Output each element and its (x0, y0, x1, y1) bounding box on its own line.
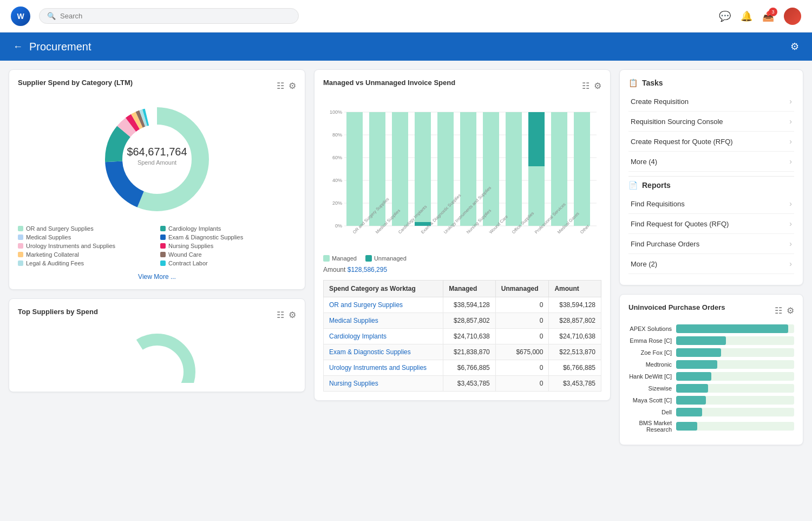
legend-legal: Legal & Auditing Fees (18, 260, 154, 266)
po-bar-label: APEX Solutions (628, 325, 672, 332)
table-cell-category[interactable]: Medical Supplies (324, 313, 443, 329)
task-create-requisition[interactable]: Create Requisition › (628, 92, 794, 112)
top-suppliers-icons[interactable]: ☷ ⚙ (277, 310, 296, 320)
or-surgery-dot (18, 226, 23, 231)
exam-label: Exam & Diagnostic Supplies (168, 234, 243, 240)
logo-area: W (11, 6, 30, 26)
avatar[interactable] (784, 8, 801, 25)
amount-label: Amount (323, 266, 345, 273)
po-bar-fill (676, 408, 702, 416)
supplier-spend-title: Supplier Spend by Category (LTM) (18, 79, 133, 87)
table-cell-managed: $28,857,802 (443, 313, 496, 329)
page-header: ← Procurement ⚙ (0, 32, 812, 61)
task-create-requisition-label: Create Requisition (631, 97, 689, 106)
col-managed: Managed (443, 281, 496, 297)
table-cell-unmanaged: $675,000 (495, 344, 549, 360)
svg-rect-42 (574, 112, 590, 226)
report-find-po-label: Find Purchase Orders (631, 240, 699, 248)
po-bar-track (676, 408, 794, 416)
donut-legend: OR and Surgery Supplies Cardiology Impla… (18, 225, 296, 266)
table-cell-category[interactable]: Exam & Diagnostic Supplies (324, 344, 443, 360)
chat-icon[interactable]: 💬 (719, 10, 731, 22)
table-cell-amount: $38,594,128 (549, 297, 601, 313)
report-find-reqs[interactable]: Find Requisitions › (628, 194, 794, 214)
view-more-button[interactable]: View More ... (18, 273, 296, 281)
po-bar-item: Zoe Fox [C] (628, 348, 794, 357)
wound-label: Wound Care (168, 251, 202, 258)
chevron-icon-2: › (789, 117, 792, 126)
tasks-label: Tasks (642, 79, 663, 87)
table-row: Medical Supplies $28,857,802 0 $28,857,8… (324, 313, 601, 329)
svg-text:60%: 60% (332, 155, 342, 160)
po-bar-track (676, 336, 794, 345)
back-button[interactable]: ← (13, 41, 23, 53)
po-bar-label: Zoe Fox [C] (628, 349, 672, 356)
top-suppliers-card: Top Suppliers by Spend ☷ ⚙ (9, 298, 305, 392)
report-more[interactable]: More (2) › (628, 254, 794, 274)
report-find-po[interactable]: Find Purchase Orders › (628, 234, 794, 254)
po-bar-track (676, 372, 794, 381)
table-cell-unmanaged: 0 (495, 297, 549, 313)
gear-icon[interactable]: ⚙ (289, 81, 296, 91)
legend-wound: Wound Care (160, 251, 296, 258)
po-bar-fill (676, 348, 721, 357)
legend-marketing: Marketing Collateral (18, 251, 154, 258)
chevron-icon-4: › (789, 157, 792, 166)
filter-icon[interactable]: ☷ (277, 81, 284, 91)
cardiology-dot (160, 226, 166, 231)
reports-title: 📄 Reports (628, 181, 794, 190)
filter-icon-3[interactable]: ☷ (582, 81, 590, 91)
top-suppliers-title: Top Suppliers by Spend (18, 308, 98, 316)
uninvoiced-header: Uninvoiced Purchase Orders ☷ ⚙ (628, 303, 794, 318)
task-more[interactable]: More (4) › (628, 152, 794, 172)
task-sourcing-console[interactable]: Requisition Sourcing Console › (628, 112, 794, 132)
uninvoiced-icons[interactable]: ☷ ⚙ (775, 305, 794, 316)
po-bar-track (676, 422, 794, 431)
unmanaged-dot (365, 255, 372, 262)
table-row: Urology Instruments and Supplies $6,766,… (324, 360, 601, 376)
search-input[interactable] (60, 12, 291, 20)
table-cell-managed: $21,838,870 (443, 344, 496, 360)
bar-chart-svg: 100% 80% 60% 40% 20% 0% (323, 104, 601, 245)
gear-icon-2[interactable]: ⚙ (289, 310, 296, 320)
svg-text:80%: 80% (332, 132, 342, 138)
inbox-icon[interactable]: 📤 3 (762, 10, 774, 22)
po-bar-label: BMS Market Research (628, 420, 672, 433)
po-bar-item: BMS Market Research (628, 420, 794, 433)
task-more-label: More (4) (631, 158, 657, 166)
table-cell-managed: $38,594,128 (443, 297, 496, 313)
po-bar-label: Emma Rose [C] (628, 337, 672, 344)
legend-contract: Contract Labor (160, 260, 296, 266)
settings-icon[interactable]: ⚙ (790, 41, 799, 53)
report-find-rfq-label: Find Request for Quotes (RFQ) (631, 220, 729, 228)
uninvoiced-po-card: Uninvoiced Purchase Orders ☷ ⚙ APEX Solu… (619, 294, 803, 445)
chevron-icon-6: › (789, 219, 792, 228)
task-rfq[interactable]: Create Request for Quote (RFQ) › (628, 132, 794, 152)
notification-icon[interactable]: 🔔 (741, 10, 752, 22)
table-cell-category[interactable]: Cardiology Implants (324, 329, 443, 344)
table-cell-category[interactable]: Nursing Supplies (324, 376, 443, 392)
po-bar-track (676, 396, 794, 405)
po-bar-track (676, 324, 794, 333)
managed-icons[interactable]: ☷ ⚙ (582, 81, 601, 91)
po-bar-fill (676, 372, 711, 381)
filter-icon-2[interactable]: ☷ (277, 310, 284, 320)
table-cell-unmanaged: 0 (495, 376, 549, 392)
supplier-spend-icons[interactable]: ☷ ⚙ (277, 81, 296, 91)
gear-icon-3[interactable]: ⚙ (594, 81, 601, 91)
search-icon: 🔍 (47, 12, 56, 20)
chevron-icon: › (789, 97, 792, 106)
gear-icon-4[interactable]: ⚙ (787, 305, 794, 316)
svg-text:100%: 100% (330, 109, 342, 115)
nursing-label: Nursing Supplies (168, 243, 213, 249)
legend-or-surgery: OR and Surgery Supplies (18, 225, 154, 232)
search-bar[interactable]: 🔍 (39, 8, 299, 24)
table-cell-category[interactable]: OR and Surgery Supplies (324, 297, 443, 313)
table-row: Exam & Diagnostic Supplies $21,838,870 $… (324, 344, 601, 360)
table-cell-category[interactable]: Urology Instruments and Supplies (324, 360, 443, 376)
filter-icon-4[interactable]: ☷ (775, 305, 782, 316)
mini-donut (18, 329, 296, 383)
table-cell-managed: $24,710,638 (443, 329, 496, 344)
table-cell-amount: $28,857,802 (549, 313, 601, 329)
report-find-rfq[interactable]: Find Request for Quotes (RFQ) › (628, 214, 794, 234)
